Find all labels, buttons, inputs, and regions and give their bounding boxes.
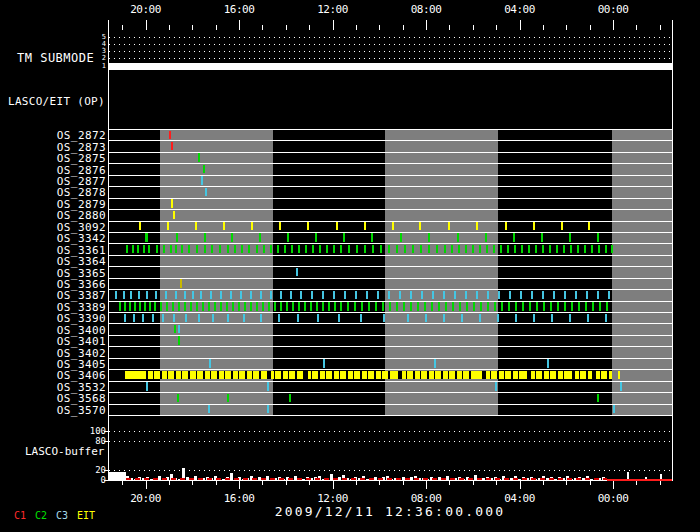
os-activity-gap bbox=[542, 371, 544, 379]
os-event-tick bbox=[240, 291, 242, 299]
os-event-tick bbox=[298, 302, 300, 310]
os-event-tick bbox=[154, 302, 156, 310]
os-event-tick bbox=[195, 222, 197, 230]
os-event-tick bbox=[146, 291, 148, 299]
top-axis-tick bbox=[192, 25, 193, 30]
plot-area: 20:0020:0016:0016:0012:0012:0008:0008:00… bbox=[0, 0, 700, 532]
buffer-scale-label: 80 bbox=[80, 436, 106, 446]
os-activity-gap bbox=[434, 371, 435, 379]
os-event-tick bbox=[298, 245, 300, 253]
os-event-tick bbox=[211, 245, 213, 253]
row-separator bbox=[108, 243, 672, 244]
os-activity-gap bbox=[196, 371, 197, 379]
os-event-tick bbox=[443, 314, 445, 322]
top-time-label: 08:00 bbox=[402, 3, 450, 16]
os-event-tick bbox=[557, 302, 559, 310]
os-activity-bar bbox=[125, 371, 612, 379]
os-event-tick bbox=[208, 302, 210, 310]
os-activity-gap bbox=[535, 371, 536, 379]
os-event-tick bbox=[515, 302, 517, 310]
os-event-tick bbox=[587, 314, 589, 322]
row-separator bbox=[108, 278, 672, 279]
row-separator bbox=[108, 381, 672, 382]
os-event-tick bbox=[364, 245, 366, 253]
os-event-tick bbox=[268, 302, 270, 310]
os-event-tick bbox=[412, 245, 414, 253]
os-event-tick bbox=[515, 314, 517, 322]
os-event-tick bbox=[152, 314, 154, 322]
os-event-tick bbox=[223, 222, 225, 230]
bottom-axis-tick bbox=[426, 481, 427, 489]
bottom-time-label: 20:00 bbox=[122, 492, 170, 505]
bottom-time-label: 04:00 bbox=[496, 492, 544, 505]
bottom-axis-tick bbox=[473, 481, 474, 485]
os-event-tick bbox=[389, 302, 391, 310]
os-event-tick bbox=[139, 222, 141, 230]
os-activity-gap bbox=[462, 371, 463, 379]
os-event-tick bbox=[279, 222, 281, 230]
os-event-tick bbox=[334, 302, 336, 310]
row-separator bbox=[108, 323, 672, 324]
os-event-tick bbox=[185, 314, 187, 322]
top-axis-tick bbox=[590, 25, 591, 30]
os-event-tick bbox=[476, 222, 478, 230]
os-event-tick bbox=[364, 222, 366, 230]
os-event-tick bbox=[575, 291, 577, 299]
os-activity-gap bbox=[181, 371, 182, 379]
os-event-tick bbox=[124, 314, 126, 322]
os-event-tick bbox=[505, 222, 507, 230]
os-event-tick bbox=[333, 291, 335, 299]
buffer-gridline bbox=[109, 470, 671, 471]
os-activity-gap bbox=[600, 371, 601, 379]
bottom-axis-tick bbox=[356, 481, 357, 485]
top-axis-tick bbox=[262, 25, 263, 30]
os-event-tick bbox=[134, 302, 136, 310]
tm-gridline bbox=[109, 44, 671, 45]
top-axis-tick bbox=[636, 25, 637, 30]
row-separator bbox=[108, 175, 672, 176]
row-separator bbox=[108, 255, 672, 256]
bottom-time-label: 16:00 bbox=[215, 492, 263, 505]
buffer-scale-label: 100 bbox=[80, 426, 106, 436]
row-separator bbox=[108, 186, 672, 187]
os-activity-gap bbox=[259, 371, 261, 379]
os-event-tick bbox=[180, 279, 182, 287]
os-event-tick bbox=[495, 382, 497, 390]
os-event-tick bbox=[149, 302, 151, 310]
os-event-tick bbox=[500, 245, 502, 253]
os-activity-gap bbox=[374, 371, 376, 379]
os-event-tick bbox=[569, 233, 571, 241]
os-activity-gap bbox=[318, 371, 320, 379]
os-activity-gap bbox=[188, 371, 190, 379]
top-time-label: 04:00 bbox=[496, 3, 544, 16]
os-event-tick bbox=[396, 245, 398, 253]
os-event-tick bbox=[443, 291, 445, 299]
os-event-tick bbox=[251, 222, 253, 230]
bottom-axis-tick bbox=[286, 481, 287, 485]
os-event-tick bbox=[465, 245, 467, 253]
os-event-tick bbox=[322, 302, 324, 310]
bottom-axis-tick bbox=[449, 481, 450, 485]
os-event-tick bbox=[260, 314, 262, 322]
contact-band bbox=[612, 130, 672, 415]
os-event-tick bbox=[547, 359, 549, 367]
os-event-tick bbox=[388, 245, 390, 253]
os-event-tick bbox=[487, 302, 489, 310]
os-activity-gap bbox=[325, 371, 326, 379]
os-event-tick bbox=[445, 302, 447, 310]
top-axis-tick bbox=[356, 25, 357, 30]
os-event-tick bbox=[243, 314, 245, 322]
os-event-tick bbox=[514, 245, 516, 253]
os-event-tick bbox=[533, 222, 535, 230]
buffer-gridline bbox=[109, 441, 671, 442]
top-axis-tick bbox=[169, 25, 170, 30]
os-event-tick bbox=[564, 291, 566, 299]
os-event-tick bbox=[473, 302, 475, 310]
os-event-tick bbox=[448, 222, 450, 230]
os-activity-gap bbox=[146, 371, 148, 379]
os-event-tick bbox=[227, 394, 229, 402]
os-event-tick bbox=[584, 245, 586, 253]
bottom-axis-tick bbox=[192, 481, 193, 485]
os-activity-gap bbox=[497, 371, 499, 379]
buffer-gridline bbox=[109, 431, 671, 432]
